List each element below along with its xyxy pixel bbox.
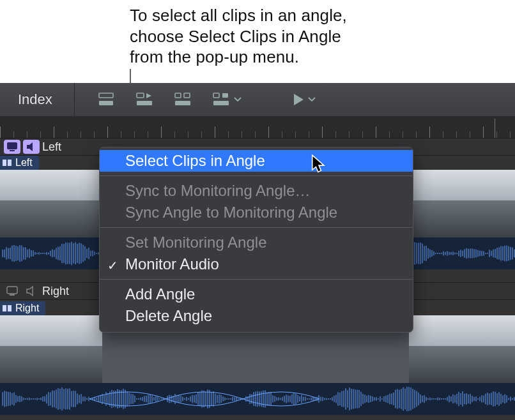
svg-rect-3 <box>137 101 152 105</box>
menu-item-label: Sync to Monitoring Angle… <box>125 182 311 200</box>
ruler-tick <box>443 131 443 138</box>
ruler-tick <box>295 131 296 138</box>
ruler-tick <box>268 126 269 138</box>
ruler-tick <box>215 126 215 138</box>
audio-monitor-icon[interactable] <box>23 140 40 154</box>
ruler-tick <box>228 131 229 138</box>
ruler-tick <box>456 131 457 138</box>
video-monitor-icon[interactable] <box>4 284 20 298</box>
svg-rect-10 <box>7 142 17 149</box>
ruler-tick <box>107 126 108 138</box>
play-arrow-icon <box>292 93 306 107</box>
clip-label-left[interactable]: Left <box>0 156 39 170</box>
menu-item-label: Delete Angle <box>125 307 212 325</box>
ruler-tick <box>376 126 376 138</box>
angle-icon <box>3 304 13 313</box>
ruler-tick <box>161 126 162 138</box>
ruler-tick <box>416 131 417 138</box>
svg-rect-6 <box>175 101 190 105</box>
clip-label-text: Left <box>15 157 33 169</box>
menu-item-label: Add Angle <box>125 285 195 303</box>
menu-add-angle[interactable]: Add Angle <box>100 283 413 305</box>
menu-set-monitoring-angle: Set Monitoring Angle <box>100 232 413 253</box>
ruler-tick <box>148 131 148 138</box>
ruler-tick <box>242 131 242 138</box>
ruler-tick <box>134 131 135 138</box>
ruler-tick <box>40 131 41 138</box>
audio-monitor-icon[interactable] <box>23 284 40 298</box>
ruler-tick <box>496 131 497 138</box>
ruler-tick <box>322 126 323 138</box>
ruler-tick <box>0 126 1 138</box>
ruler-tick <box>403 131 403 138</box>
ruler-tick <box>309 131 309 138</box>
svg-rect-0 <box>99 93 113 98</box>
menu-item-label: Select Clips in Angle <box>125 152 265 170</box>
ruler-tick <box>174 131 175 138</box>
menu-delete-angle[interactable]: Delete Angle <box>100 305 413 327</box>
audio-waveform-right[interactable] <box>0 383 515 415</box>
chevron-down-icon <box>307 95 316 104</box>
svg-rect-7 <box>213 93 219 98</box>
clip-thumbnail <box>0 170 102 237</box>
insert-clip-icon-1[interactable] <box>96 91 117 109</box>
angle-icon <box>3 158 13 167</box>
svg-rect-1 <box>99 101 113 105</box>
angle-header-label: Left <box>42 140 61 154</box>
ruler-tick <box>349 131 350 138</box>
toolbar-separator <box>74 83 75 116</box>
ruler-tick <box>188 131 188 138</box>
menu-select-clips-in-angle[interactable]: Select Clips in Angle <box>100 150 413 172</box>
svg-rect-9 <box>213 101 229 105</box>
clip-label-text: Right <box>15 303 39 314</box>
ruler-tick <box>201 131 202 138</box>
svg-rect-2 <box>137 93 144 98</box>
svg-rect-11 <box>10 150 15 151</box>
ruler-tick <box>67 131 68 138</box>
clip-thumbnail <box>409 170 515 237</box>
ruler-tick <box>470 131 470 138</box>
tool-dropdown-1[interactable] <box>211 91 242 109</box>
svg-rect-12 <box>3 160 6 166</box>
insert-clip-icon-2[interactable] <box>135 91 155 109</box>
clip-label-right[interactable]: Right <box>0 301 45 315</box>
angle-header-label: Right <box>42 285 69 298</box>
ruler-tick <box>121 131 121 138</box>
svg-rect-284 <box>10 294 15 296</box>
svg-rect-285 <box>3 305 6 311</box>
ruler-tick <box>94 131 95 138</box>
menu-item-label: Set Monitoring Angle <box>125 234 266 251</box>
menu-separator <box>100 227 413 228</box>
menu-item-label: Sync Angle to Monitoring Angle <box>125 204 337 221</box>
ruler-tick <box>429 126 430 138</box>
menu-sync-to-monitoring-angle: Sync to Monitoring Angle… <box>100 180 413 202</box>
angle-context-menu: Select Clips in Angle Sync to Monitoring… <box>99 147 413 333</box>
index-button[interactable]: Index <box>18 91 52 108</box>
ruler-tick <box>495 119 495 138</box>
clip-thumbnail <box>0 315 102 383</box>
clip-thumbnail <box>409 315 515 383</box>
menu-item-label: Monitor Audio <box>125 255 219 273</box>
checkmark-icon: ✓ <box>107 258 118 273</box>
ruler-tick <box>483 126 484 138</box>
ruler-tick <box>362 131 363 138</box>
ruler-tick <box>27 131 27 138</box>
svg-rect-4 <box>175 93 181 98</box>
ruler-tick <box>335 131 336 138</box>
ruler-tick <box>282 131 282 138</box>
waveform-icon <box>0 383 515 415</box>
ruler-tick <box>81 131 81 138</box>
menu-monitor-audio[interactable]: ✓ Monitor Audio <box>100 253 413 275</box>
ruler-tick <box>510 131 511 138</box>
ruler-tick <box>389 131 390 138</box>
video-monitor-icon[interactable] <box>4 140 20 154</box>
svg-rect-13 <box>8 160 12 166</box>
tool-dropdown-2[interactable] <box>292 93 316 107</box>
ruler-tick <box>13 131 14 138</box>
timeline-ruler[interactable] <box>0 116 515 138</box>
chevron-down-icon <box>233 95 242 104</box>
insert-clip-icon-3[interactable] <box>173 91 194 109</box>
svg-rect-5 <box>184 93 190 98</box>
menu-sync-angle-to-monitoring-angle: Sync Angle to Monitoring Angle <box>100 202 413 223</box>
insert-clip-icon-4 <box>211 91 232 109</box>
